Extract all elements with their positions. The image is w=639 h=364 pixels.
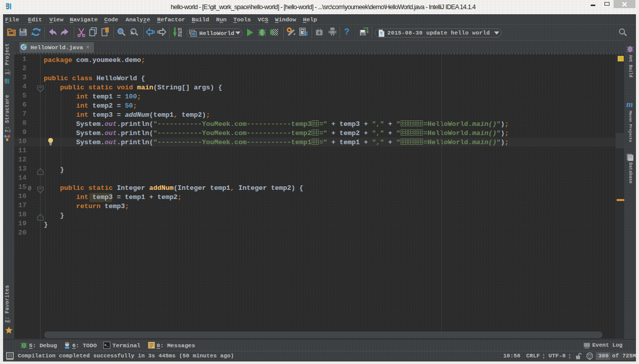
svg-text:>_: >_ — [104, 343, 109, 347]
svg-text:01: 01 — [178, 34, 182, 38]
svg-text:?: ? — [380, 31, 382, 37]
svg-text:C: C — [22, 45, 25, 50]
svg-text:A: A — [131, 30, 134, 36]
